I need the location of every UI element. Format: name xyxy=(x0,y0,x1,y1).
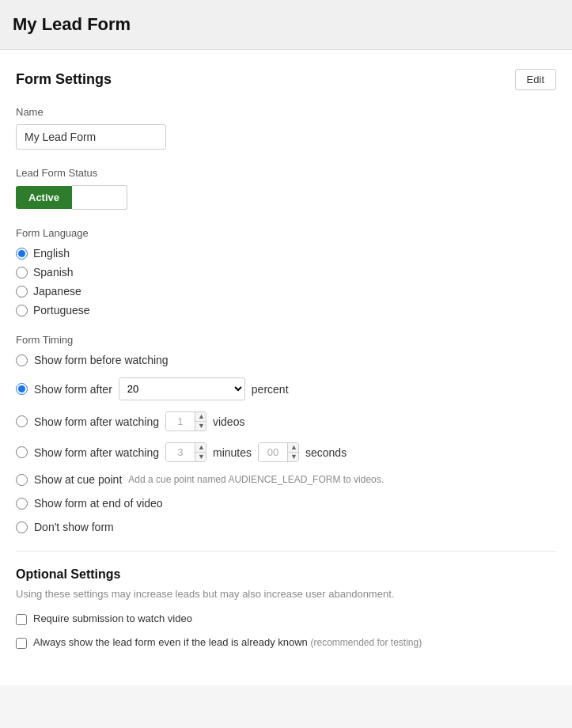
cue-point-note: Add a cue point named AUDIENCE_LEAD_FORM… xyxy=(128,474,384,485)
videos-spinner-arrows: ▲ ▼ xyxy=(195,412,206,430)
radio-spanish[interactable]: Spanish xyxy=(16,266,556,279)
page-title: My Lead Form xyxy=(13,14,559,35)
seconds-spinner: ▲ ▼ xyxy=(258,442,299,462)
minutes-label: minutes xyxy=(213,446,252,459)
timing-before-radio[interactable] xyxy=(16,355,28,366)
radio-english[interactable]: English xyxy=(16,247,556,260)
radio-japanese[interactable]: Japanese xyxy=(16,285,556,298)
videos-spinner-up[interactable]: ▲ xyxy=(195,412,206,422)
radio-spanish-input[interactable] xyxy=(16,267,28,279)
timing-end-of-video: Show form at end of video xyxy=(16,497,556,510)
minutes-input[interactable] xyxy=(166,443,195,461)
timing-end-of-video-label: Show form at end of video xyxy=(34,497,163,510)
checkbox-always-show: Always show the lead form even if the le… xyxy=(16,636,556,649)
radio-japanese-label: Japanese xyxy=(33,285,81,298)
radio-portuguese-input[interactable] xyxy=(16,305,28,317)
timing-before-label: Show form before watching xyxy=(34,354,169,366)
divider xyxy=(16,551,556,552)
videos-spinner: ▲ ▼ xyxy=(165,411,206,431)
optional-settings-note: Using these settings may increase leads … xyxy=(16,588,556,600)
timing-after-percent: Show form after 5 10 20 25 50 75 percent xyxy=(16,377,556,400)
timing-dont-show-radio[interactable] xyxy=(16,521,28,533)
name-input[interactable] xyxy=(16,124,166,150)
timing-after-percent-radio[interactable] xyxy=(16,383,28,395)
seconds-spinner-up[interactable]: ▲ xyxy=(288,443,299,453)
timing-end-of-video-radio[interactable] xyxy=(16,498,28,510)
videos-label: videos xyxy=(213,415,244,428)
timing-dont-show-label: Don't show form xyxy=(34,521,114,533)
status-row: Active xyxy=(16,185,556,210)
videos-input[interactable] xyxy=(166,412,195,430)
seconds-label: seconds xyxy=(305,446,347,459)
language-label: Form Language xyxy=(16,227,556,239)
active-badge[interactable]: Active xyxy=(16,186,72,209)
language-radio-group: English Spanish Japanese Portuguese xyxy=(16,247,556,317)
radio-english-input[interactable] xyxy=(16,248,28,260)
recommended-note: (recommended for testing) xyxy=(310,637,422,648)
always-show-checkbox[interactable] xyxy=(16,638,27,649)
timing-cue-point-radio[interactable] xyxy=(16,474,28,486)
require-submission-label: Require submission to watch video xyxy=(33,612,192,624)
timing-cue-point: Show at cue point Add a cue point named … xyxy=(16,473,556,486)
section-title: Form Settings xyxy=(16,71,112,88)
optional-settings-section: Optional Settings Using these settings m… xyxy=(16,567,556,649)
minutes-spinner-down[interactable]: ▼ xyxy=(195,453,206,461)
timing-after-minutes-radio[interactable] xyxy=(16,446,28,458)
timing-cue-point-label: Show at cue point xyxy=(34,473,122,486)
name-label: Name xyxy=(16,106,556,118)
radio-japanese-input[interactable] xyxy=(16,286,28,298)
timing-after-minutes-label: Show form after watching xyxy=(34,446,159,459)
timing-after-minutes: Show form after watching ▲ ▼ minutes ▲ ▼… xyxy=(16,442,556,462)
always-show-label: Always show the lead form even if the le… xyxy=(33,636,422,648)
status-input[interactable] xyxy=(72,185,127,210)
optional-settings-title: Optional Settings xyxy=(16,567,556,582)
percent-label: percent xyxy=(252,383,289,396)
timing-before: Show form before watching xyxy=(16,354,556,366)
minutes-spinner-up[interactable]: ▲ xyxy=(195,443,206,453)
seconds-input[interactable] xyxy=(259,443,287,461)
timing-after-videos-label: Show form after watching xyxy=(34,415,159,428)
videos-spinner-down[interactable]: ▼ xyxy=(195,422,206,430)
timing-after-percent-label: Show form after xyxy=(34,383,112,396)
timing-label: Form Timing xyxy=(16,334,556,346)
radio-portuguese-label: Portuguese xyxy=(33,304,90,317)
minutes-spinner: ▲ ▼ xyxy=(165,442,206,462)
minutes-spinner-arrows: ▲ ▼ xyxy=(195,443,206,461)
percent-select[interactable]: 5 10 20 25 50 75 xyxy=(119,377,245,400)
timing-dont-show: Don't show form xyxy=(16,521,556,533)
seconds-spinner-arrows: ▲ ▼ xyxy=(287,443,299,461)
seconds-spinner-down[interactable]: ▼ xyxy=(288,453,299,461)
edit-button[interactable]: Edit xyxy=(515,69,556,90)
radio-english-label: English xyxy=(33,247,70,260)
checkbox-require-submission: Require submission to watch video xyxy=(16,612,556,625)
radio-portuguese[interactable]: Portuguese xyxy=(16,304,556,317)
status-label: Lead Form Status xyxy=(16,167,556,179)
timing-after-videos-radio[interactable] xyxy=(16,415,28,427)
radio-spanish-label: Spanish xyxy=(33,266,74,279)
timing-after-videos: Show form after watching ▲ ▼ videos xyxy=(16,411,556,431)
require-submission-checkbox[interactable] xyxy=(16,614,27,625)
